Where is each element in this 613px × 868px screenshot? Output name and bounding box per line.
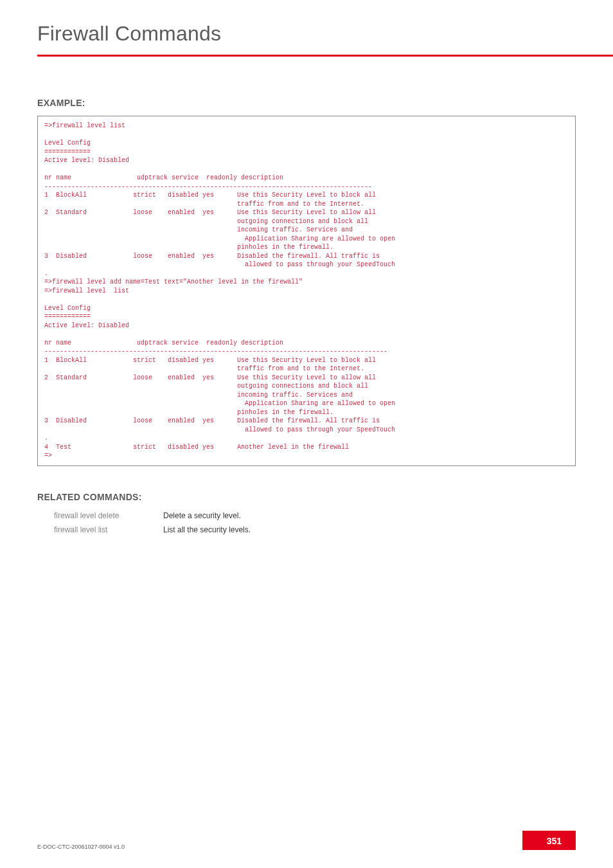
page-number: 351 [522, 831, 576, 850]
terminal-output: =>firewall level list Level Config =====… [37, 116, 576, 466]
header-divider [37, 55, 613, 57]
related-row: firewall level delete Delete a security … [54, 511, 576, 520]
related-command-link[interactable]: firewall level delete [54, 511, 163, 520]
related-command-desc: Delete a security level. [163, 511, 241, 520]
related-command-desc: List all the security levels. [163, 525, 251, 534]
related-row: firewall level list List all the securit… [54, 525, 576, 534]
related-command-link[interactable]: firewall level list [54, 525, 163, 534]
page-header: Firewall Commands [0, 0, 613, 57]
related-commands-table: firewall level delete Delete a security … [54, 511, 576, 534]
example-label: EXAMPLE: [37, 98, 576, 108]
page-footer: E-DOC-CTC-20061027-0004 v1.0 351 [37, 831, 576, 850]
related-commands-label: RELATED COMMANDS: [37, 492, 576, 502]
content-area: EXAMPLE: =>firewall level list Level Con… [0, 98, 613, 534]
page-title: Firewall Commands [37, 22, 613, 46]
document-id: E-DOC-CTC-20061027-0004 v1.0 [37, 844, 125, 850]
